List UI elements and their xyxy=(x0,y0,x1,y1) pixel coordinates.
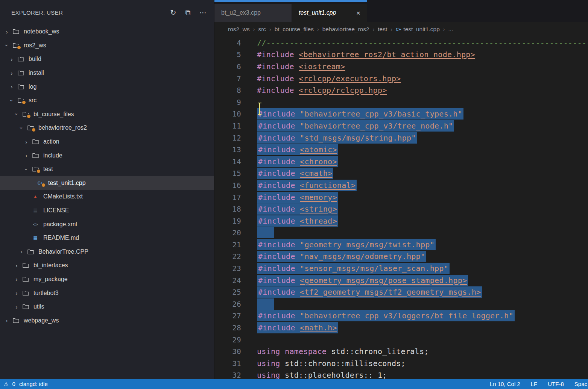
chevron-down-icon[interactable]: › xyxy=(23,165,30,173)
line-number[interactable]: 8 xyxy=(214,86,241,94)
tree-item-install[interactable]: ›install xyxy=(0,66,214,80)
line-number[interactable]: 24 xyxy=(214,276,241,285)
tree-item-test_unit1.cpp[interactable]: C+test_unit1.cpp xyxy=(0,176,214,190)
line-number[interactable]: 11 xyxy=(214,122,241,130)
cursor-position[interactable]: Ln 10, Col 2 xyxy=(490,381,520,387)
line-number[interactable]: 29 xyxy=(214,336,241,344)
line-number[interactable]: 19 xyxy=(214,217,241,225)
line-number[interactable]: 20 xyxy=(214,229,241,237)
code-line-29[interactable]: 29 xyxy=(214,334,588,346)
tree-item-webpage_ws[interactable]: ›webpage_ws xyxy=(0,313,214,327)
line-number[interactable]: 6 xyxy=(214,62,241,71)
chevron-right-icon[interactable]: › xyxy=(8,70,15,76)
tree-item-notebook_ws[interactable]: ›notebook_ws xyxy=(0,25,214,39)
code-line-10[interactable]: 10#include "behaviortree_cpp_v3/basic_ty… xyxy=(214,108,588,120)
tree-item-behaviortree_ros2[interactable]: ›behaviortree_ros2 xyxy=(0,121,214,135)
tree-item-log[interactable]: ›log xyxy=(0,80,214,94)
chevron-right-icon[interactable]: › xyxy=(3,317,11,324)
chevron-right-icon[interactable]: › xyxy=(3,29,11,35)
tree-item-bt_course_files[interactable]: ›bt_course_files xyxy=(0,107,214,121)
chevron-right-icon[interactable]: › xyxy=(13,304,20,310)
breadcrumb-item-ros2_ws[interactable]: ros2_ws xyxy=(228,26,250,33)
code-line-24[interactable]: 24#include <geometry_msgs/msg/pose_stamp… xyxy=(214,274,588,286)
warning-icon[interactable]: ⚠ xyxy=(4,381,9,387)
code-line-16[interactable]: 16#include <functional> xyxy=(214,179,588,191)
line-number[interactable]: 15 xyxy=(214,169,241,177)
code-line-27[interactable]: 27#include "behaviortree_cpp_v3/loggers/… xyxy=(214,310,588,322)
refresh-explorer-icon[interactable]: ↻ xyxy=(170,9,176,16)
tree-item-build[interactable]: ›build xyxy=(0,52,214,66)
tree-item-src[interactable]: ›src xyxy=(0,94,214,107)
breadcrumb-item-src[interactable]: src xyxy=(258,26,266,33)
tree-item-CMakeLists.txt[interactable]: ▲CMakeLists.txt xyxy=(0,190,214,204)
line-number[interactable]: 28 xyxy=(214,324,241,332)
breadcrumb-item-bt_course_files[interactable]: bt_course_files xyxy=(275,26,314,33)
code-editor[interactable]: 4//-------------------------------------… xyxy=(214,37,588,381)
line-number[interactable]: 14 xyxy=(214,157,241,166)
line-number[interactable]: 22 xyxy=(214,252,241,260)
code-line-31[interactable]: 31using std::chrono::milliseconds; xyxy=(214,357,588,369)
chevron-down-icon[interactable]: › xyxy=(4,42,10,49)
line-number[interactable]: 31 xyxy=(214,359,241,368)
breadcrumb-item-[interactable]: ... xyxy=(448,26,453,33)
tree-item-README.md[interactable]: ≣README.md xyxy=(0,231,214,245)
line-number[interactable]: 4 xyxy=(214,39,241,47)
line-number[interactable]: 27 xyxy=(214,312,241,320)
line-number[interactable]: 5 xyxy=(214,50,241,59)
warning-count[interactable]: 0 xyxy=(12,381,15,387)
code-line-18[interactable]: 18#include <string> xyxy=(214,203,588,215)
code-line-19[interactable]: 19#include <thread> xyxy=(214,215,588,227)
chevron-down-icon[interactable]: › xyxy=(18,124,25,132)
code-line-20[interactable]: 20 xyxy=(214,227,588,239)
chevron-right-icon[interactable]: › xyxy=(13,290,20,296)
chevron-right-icon[interactable]: › xyxy=(23,152,30,159)
line-number[interactable]: 23 xyxy=(214,264,241,272)
code-line-7[interactable]: 7#include <rclcpp/executors.hpp> xyxy=(214,73,588,85)
line-number[interactable]: 26 xyxy=(214,300,241,308)
code-line-8[interactable]: 8#include <rclcpp/rclcpp.hpp> xyxy=(214,84,588,96)
indent-indicator[interactable]: Spac xyxy=(574,381,587,387)
tree-item-LICENSE[interactable]: ≣LICENSE xyxy=(0,204,214,218)
code-line-5[interactable]: 5#include <behaviortree_ros2/bt_action_n… xyxy=(214,49,588,61)
breadcrumb-item-test[interactable]: test xyxy=(378,26,387,33)
code-line-17[interactable]: 17#include <memory> xyxy=(214,191,588,203)
code-line-28[interactable]: 28#include <math.h> xyxy=(214,322,588,334)
code-line-11[interactable]: 11#include "behaviortree_cpp_v3/tree_nod… xyxy=(214,120,588,132)
clangd-status[interactable]: clangd: idle xyxy=(19,381,48,387)
collapse-folders-icon[interactable]: ⧉ xyxy=(185,9,190,16)
tree-item-include[interactable]: ›include xyxy=(0,148,214,162)
line-number[interactable]: 32 xyxy=(214,371,241,379)
code-line-25[interactable]: 25#include <tf2_geometry_msgs/tf2_geomet… xyxy=(214,286,588,298)
tab-test_unit1[interactable]: test_unit1.cpp × xyxy=(292,4,367,22)
line-number[interactable]: 30 xyxy=(214,347,241,356)
chevron-right-icon[interactable]: › xyxy=(13,262,20,269)
code-line-6[interactable]: 6#include <iostream> xyxy=(214,61,588,73)
line-number[interactable]: 18 xyxy=(214,205,241,213)
tree-item-turtlebot3[interactable]: ›turtlebot3 xyxy=(0,286,214,300)
code-line-14[interactable]: 14#include <chrono> xyxy=(214,156,588,168)
eol-indicator[interactable]: LF xyxy=(531,381,538,387)
line-number[interactable]: 7 xyxy=(214,74,241,83)
tree-item-bt_interfaces[interactable]: ›bt_interfaces xyxy=(0,259,214,272)
chevron-right-icon[interactable]: › xyxy=(13,276,20,282)
chevron-right-icon[interactable]: › xyxy=(8,83,15,90)
code-line-13[interactable]: 13#include <atomic> xyxy=(214,144,588,156)
code-line-30[interactable]: 30using namespace std::chrono_literals; xyxy=(214,345,588,357)
chevron-right-icon[interactable]: › xyxy=(18,248,25,255)
tab-bt_u2_ex3[interactable]: bt_u2_ex3.cpp xyxy=(214,4,292,22)
line-number[interactable]: 16 xyxy=(214,181,241,189)
code-line-26[interactable]: 26 xyxy=(214,298,588,310)
chevron-right-icon[interactable]: › xyxy=(23,139,30,145)
chevron-down-icon[interactable]: › xyxy=(9,97,15,104)
close-icon[interactable]: × xyxy=(356,9,360,17)
tree-item-action[interactable]: ›action xyxy=(0,135,214,149)
line-number[interactable]: 10 xyxy=(214,110,241,118)
breadcrumb-item-behaviortree_ros2[interactable]: behaviortree_ros2 xyxy=(322,26,369,33)
tree-item-test[interactable]: ›test xyxy=(0,162,214,176)
code-line-12[interactable]: 12#include "std_msgs/msg/string.hpp" xyxy=(214,132,588,144)
tree-item-my_package[interactable]: ›my_package xyxy=(0,272,214,286)
line-number[interactable]: 9 xyxy=(214,98,241,106)
line-number[interactable]: 21 xyxy=(214,241,241,249)
chevron-down-icon[interactable]: › xyxy=(14,110,20,118)
tree-item-utils[interactable]: ›utils xyxy=(0,300,214,314)
